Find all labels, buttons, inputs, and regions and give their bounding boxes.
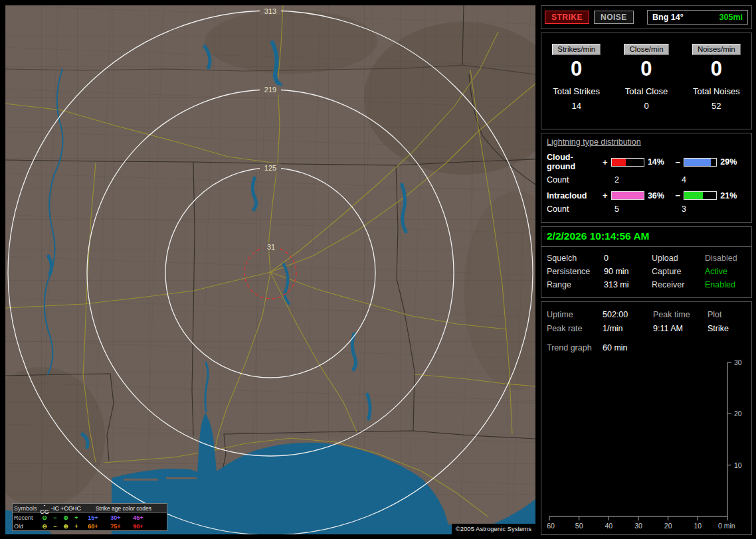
age-90: 90+	[127, 523, 149, 530]
ic-positive-bar-fill	[612, 192, 644, 199]
total-noises-label: Total Noises	[682, 86, 751, 96]
ic-positive-count: 5	[612, 204, 679, 214]
receiver-status: Enabled	[705, 280, 735, 289]
close-per-min-value: 0	[611, 58, 681, 79]
plus-sign: +	[601, 191, 610, 200]
noise-toggle-button[interactable]: NOISE	[594, 11, 634, 24]
settings-section: 2/2/2026 10:14:56 AM Squelch 0 Upload Di…	[541, 226, 752, 298]
total-strikes-value: 14	[541, 101, 611, 111]
peak-time-label: Peak time	[653, 310, 708, 319]
intracloud-label: Intracloud	[547, 191, 601, 200]
status-panel: STRIKE NOISE Bng 14° 305mi Strikes/min 0…	[541, 5, 752, 538]
legend-recent-label: Recent	[14, 514, 39, 521]
minus-sign: −	[674, 157, 683, 167]
strike-toggle-button[interactable]: STRIKE	[545, 11, 589, 24]
ic-negative-bar	[684, 191, 717, 200]
trend-graph-value: 60 min	[603, 343, 653, 352]
settings-row: Persistence 90 min Capture Active	[547, 265, 746, 278]
svg-text:60: 60	[547, 522, 555, 530]
distribution-section: Lightning type distribution Cloud-ground…	[541, 133, 752, 223]
cg-negative-count: 4	[679, 175, 686, 185]
peak-rate-value: 1/min	[603, 324, 653, 333]
cg-positive-percent: 14%	[646, 157, 674, 167]
peak-rate-label: Peak rate	[547, 324, 603, 333]
upload-status: Disabled	[705, 254, 737, 263]
capture-status: Active	[705, 267, 727, 276]
rate-counters-section: Strikes/min 0 Total Strikes 14 Close/min…	[541, 33, 752, 129]
age-45: 45+	[127, 514, 149, 521]
count-label: Count	[547, 175, 612, 185]
ic-negative-count: 3	[679, 204, 686, 214]
persistence-value: 90 min	[604, 267, 652, 276]
strike-symbol-legend: Symbols -CG -IC +CG +IC Strike age color…	[12, 503, 167, 531]
upload-label: Upload	[652, 254, 705, 263]
svg-text:10: 10	[694, 522, 702, 530]
svg-text:30: 30	[734, 358, 742, 366]
noises-counter: Noises/min 0 Total Noises 52	[682, 42, 751, 129]
age-30: 30+	[104, 514, 127, 521]
strikes-counter: Strikes/min 0 Total Strikes 14	[541, 42, 611, 129]
neg-cg-old-icon: ⊖	[39, 523, 50, 530]
cg-positive-bar	[611, 158, 644, 167]
pos-ic-old-icon: +	[71, 523, 82, 530]
range-label-313: 313	[264, 7, 276, 15]
capture-label: Capture	[652, 267, 705, 276]
plot-value: Strike	[708, 324, 729, 333]
noises-per-min-button[interactable]: Noises/min	[692, 44, 741, 55]
cloud-ground-row: Cloud-ground + 14% − 29%	[547, 153, 746, 171]
ic-positive-bar	[611, 191, 644, 200]
settings-row: Squelch 0 Upload Disabled	[547, 252, 746, 265]
range-label: Range	[547, 280, 604, 289]
copyright-text: ©2005 Astrogenic Systems	[452, 524, 535, 534]
pos-ic-recent-icon: +	[71, 514, 82, 521]
persistence-label: Persistence	[547, 267, 604, 276]
trend-graph-label: Trend graph	[547, 343, 603, 352]
svg-text:10: 10	[734, 461, 742, 469]
uptime-label: Uptime	[547, 310, 603, 319]
svg-text:20: 20	[664, 522, 672, 530]
svg-text:50: 50	[575, 522, 583, 530]
trend-graph: 30 20 10 60 50 40 30 20 10 0 min	[547, 358, 747, 530]
cg-positive-count: 2	[612, 175, 679, 185]
total-strikes-label: Total Strikes	[541, 86, 611, 96]
distribution-title: Lightning type distribution	[547, 137, 746, 147]
ic-positive-percent: 36%	[646, 191, 674, 200]
trend-y-labels: 30 20 10	[734, 358, 742, 469]
age-60: 60+	[82, 523, 104, 530]
noises-per-min-value: 0	[682, 58, 751, 79]
status-row: Trend graph 60 min	[547, 341, 746, 354]
strikes-per-min-button[interactable]: Strikes/min	[552, 44, 601, 55]
range-label-219: 219	[264, 86, 276, 94]
settings-row: Range 313 mi Receiver Enabled	[547, 278, 746, 291]
trend-section: Uptime 502:00 Peak time Plot Peak rate 1…	[541, 301, 752, 535]
neg-ic-old-icon: −	[50, 523, 60, 530]
close-per-min-button[interactable]: Close/min	[624, 44, 668, 55]
status-row: Peak rate 1/min 9:11 AM Strike	[547, 321, 746, 335]
total-noises-value: 52	[682, 101, 751, 111]
distance-value: 305mi	[719, 13, 743, 22]
cg-negative-percent: 29%	[718, 157, 746, 167]
total-close-value: 0	[611, 101, 681, 111]
legend-col-pos-ic: +IC	[71, 505, 82, 512]
cg-negative-bar-fill	[684, 159, 711, 166]
minus-sign: −	[674, 191, 683, 200]
bearing-readout: Bng 14° 305mi	[647, 10, 748, 25]
ic-negative-bar-fill	[684, 192, 703, 199]
receiver-label: Receiver	[652, 280, 705, 289]
legend-age-header: Strike age color codes	[82, 505, 165, 512]
legend-header-row: Symbols -CG -IC +CG +IC Strike age color…	[13, 504, 167, 513]
map-canvas: 313 219 125 31	[5, 5, 535, 534]
cloud-ground-count-row: Count 2 4	[547, 175, 746, 185]
status-row: Uptime 502:00 Peak time Plot	[547, 307, 746, 321]
datetime-display: 2/2/2026 10:14:56 AM	[541, 227, 751, 247]
total-close-label: Total Close	[611, 86, 681, 96]
ic-negative-percent: 21%	[718, 191, 746, 200]
peak-time-value: 9:11 AM	[653, 324, 708, 333]
pos-cg-recent-icon: ⊕	[60, 514, 71, 521]
squelch-label: Squelch	[547, 254, 604, 263]
neg-ic-recent-icon: −	[50, 514, 60, 521]
count-label: Count	[547, 204, 612, 214]
strikes-per-min-value: 0	[541, 58, 611, 79]
uptime-value: 502:00	[603, 310, 653, 319]
pos-cg-old-icon: ⊕	[60, 523, 71, 530]
